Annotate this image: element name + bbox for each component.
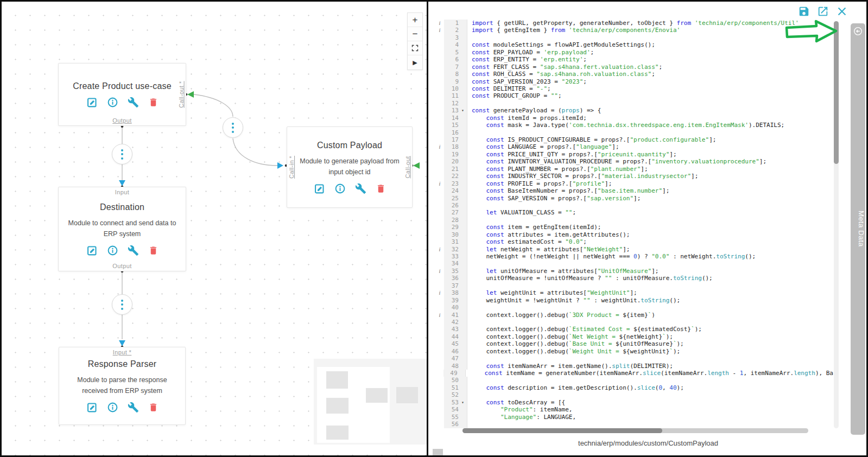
delete-trash-icon[interactable] — [148, 97, 159, 108]
code-line[interactable]: i38 let weightUnit = attributes["WeightU… — [435, 289, 833, 296]
port-call-in[interactable]: Call-in * — [287, 127, 296, 207]
port-input[interactable]: Input — [59, 189, 186, 195]
edit-icon[interactable] — [86, 245, 98, 256]
configure-wrench-icon[interactable] — [128, 402, 139, 413]
node-response-parser[interactable]: Input * Response Parser Module to parse … — [59, 347, 186, 425]
wire-handle-dots[interactable] — [112, 144, 132, 164]
code-line[interactable]: 49 const itemName = generateNumber(itemN… — [435, 370, 833, 377]
code-line[interactable]: 8const ROH_CLASS = "sap.s4hana.roh.valua… — [435, 71, 833, 78]
open-in-new-window-icon[interactable] — [817, 5, 829, 17]
configure-wrench-icon[interactable] — [128, 245, 139, 256]
configure-wrench-icon[interactable] — [355, 183, 366, 194]
fold-marker-icon[interactable]: ▾ — [460, 399, 467, 406]
code-line[interactable]: 39 weightUnit = !weightUnit ? "" : weigh… — [435, 297, 833, 304]
port-call-out[interactable]: Call-out — [403, 127, 413, 207]
flow-canvas[interactable]: Create Product use-case Output Call-out … — [2, 2, 428, 455]
code-line[interactable]: 21 const PLANT_NUMBER = props?.["plant.n… — [435, 166, 833, 173]
code-line[interactable]: 46 context.logger().debug(`Weight Unit =… — [435, 348, 833, 355]
code-line[interactable]: 14 const itemId = props.itemId; — [435, 115, 833, 122]
code-line[interactable]: 44 context.logger().debug(`Net Weight = … — [435, 333, 833, 340]
code-line[interactable]: i23 const PROFILE = props?.["profile"]; — [435, 180, 833, 187]
expand-panel-icon[interactable] — [853, 27, 863, 38]
code-line[interactable]: 56 — [435, 421, 833, 428]
code-line[interactable]: 37 — [435, 282, 833, 289]
code-line[interactable]: 12 — [435, 100, 833, 107]
code-line[interactable]: 47 — [435, 355, 833, 362]
code-line[interactable]: 20 const INVENTORY_VALUATION_PROCEDURE =… — [435, 158, 833, 165]
code-line[interactable]: 16 — [435, 129, 833, 136]
code-line[interactable]: 42 — [435, 319, 833, 326]
code-line[interactable]: 25 const SAP_VERSION = props?.["sap.vers… — [435, 195, 833, 202]
code-line[interactable]: 48 const itemNameArr = item.getName().sp… — [435, 363, 833, 370]
code-line[interactable]: i2import { getEngItem } from 'technia/er… — [435, 27, 833, 34]
edit-icon[interactable] — [86, 97, 98, 108]
code-line[interactable]: 3 — [435, 34, 833, 41]
code-line[interactable]: 24 const BaseItemNumber = props?.["base.… — [435, 187, 833, 194]
code-line[interactable]: i41 context.logger().debug(`3DX Product … — [435, 312, 833, 319]
info-icon[interactable] — [107, 245, 118, 256]
canvas-minimap[interactable] — [314, 359, 428, 445]
horizontal-scrollbar[interactable] — [462, 428, 808, 433]
delete-trash-icon[interactable] — [376, 183, 386, 194]
edit-icon[interactable] — [314, 183, 325, 194]
port-output[interactable]: Output — [59, 263, 186, 269]
code-line[interactable]: i35 let unitOfMeasure = attributes["Unit… — [435, 268, 833, 275]
code-line[interactable]: 10const DELIMITER = "-"; — [435, 85, 833, 92]
code-line[interactable]: 6const ERP_ENTITY = 'erp.entity'; — [435, 56, 833, 63]
code-line[interactable]: 45 context.logger().debug(`Base Unit = $… — [435, 340, 833, 347]
code-line[interactable]: 27 let VALUATION_CLASS = ""; — [435, 209, 833, 216]
code-line[interactable]: 55 "Language": LANGUAGE, — [435, 414, 833, 421]
code-editor-content[interactable]: i1import { getURL, getProperty, generate… — [435, 20, 833, 430]
code-line[interactable]: 4const moduleSettings = flowAPI.getModul… — [435, 41, 833, 48]
code-line[interactable]: 40 — [435, 304, 833, 311]
code-line[interactable]: 29 const item = getEngItem(itemId); — [435, 224, 833, 231]
zoom-in-button[interactable]: + — [408, 13, 422, 27]
node-destination[interactable]: Input Destination Module to connect and … — [58, 187, 186, 271]
fit-view-icon[interactable] — [408, 41, 422, 55]
code-line[interactable]: 9const SAP_VERSION_2023 = "2023"; — [435, 78, 833, 85]
code-line[interactable]: 28 — [435, 217, 833, 224]
code-line[interactable]: i18 const LANGUAGE = props?.["language"]… — [435, 143, 833, 150]
code-line[interactable]: 15 const mask = Java.type('com.technia.d… — [435, 122, 833, 129]
port-call-out[interactable]: Call-out * — [176, 64, 186, 125]
code-line[interactable]: 52 — [435, 391, 833, 398]
node-custom-payload[interactable]: Custom Payload Module to generate payloa… — [287, 126, 413, 208]
code-line[interactable]: 50 — [435, 377, 833, 384]
code-line[interactable]: 11const PRODUCT_GROUP = ""; — [435, 92, 833, 99]
delete-trash-icon[interactable] — [148, 402, 159, 413]
code-line[interactable]: 36 unitOfMeasure = !unitOfMeasure ? "" :… — [435, 275, 833, 282]
code-line[interactable]: i1import { getURL, getProperty, generate… — [435, 20, 833, 27]
run-play-button[interactable]: ▶ — [408, 55, 422, 69]
vertical-scrollbar[interactable] — [834, 21, 839, 428]
code-line[interactable]: 19 const PRICE_UNIT_QTY = props?.["price… — [435, 151, 833, 158]
info-icon[interactable] — [107, 97, 118, 108]
code-line[interactable]: 5const ERP_PAYLOAD = 'erp.payload'; — [435, 49, 833, 56]
code-line[interactable]: 51 const description = item.getDescripti… — [435, 384, 833, 391]
wire-handle-dots[interactable] — [112, 294, 132, 315]
code-line[interactable]: 34 — [435, 260, 833, 267]
code-line[interactable]: 53▾ const toDescArray = [{ — [435, 399, 833, 406]
code-line[interactable]: 7const FERT_CLASS = "sap.s4hana.fert.val… — [435, 64, 833, 71]
zoom-out-button[interactable]: − — [408, 27, 422, 41]
code-line[interactable]: 26 — [435, 202, 833, 209]
save-icon[interactable] — [798, 5, 810, 17]
code-line[interactable]: 22 const INDUSTRY_SECTOR = props?.["mate… — [435, 173, 833, 180]
port-input[interactable]: Input * — [59, 349, 185, 356]
horizontal-scrollbar-thumb[interactable] — [462, 428, 662, 433]
code-line[interactable]: 17 const IS_PRODUCT_CONFIGURABLE = props… — [435, 136, 833, 143]
wire-handle-dots[interactable] — [223, 117, 243, 138]
info-icon[interactable] — [107, 402, 118, 413]
code-line[interactable]: 30 const attributes = item.getAttributes… — [435, 231, 833, 238]
delete-trash-icon[interactable] — [148, 245, 159, 256]
close-icon[interactable] — [836, 5, 848, 17]
code-line[interactable]: 13▾const generatePayload = (props) => { — [435, 107, 833, 114]
info-icon[interactable] — [334, 183, 346, 194]
code-line[interactable]: 31 const estimatedCost = "0.0"; — [435, 238, 833, 245]
code-line[interactable]: 43 context.logger().debug(`Estimated Cos… — [435, 326, 833, 333]
configure-wrench-icon[interactable] — [128, 97, 139, 108]
node-create-product-use-case[interactable]: Create Product use-case Output Call-out … — [58, 63, 186, 126]
code-line[interactable]: 33 netWeight = (!netWeight || netWeight … — [435, 253, 833, 260]
edit-icon[interactable] — [86, 402, 98, 413]
code-line[interactable]: i32 let netWeight = attributes["NetWeigh… — [435, 246, 833, 253]
fold-marker-icon[interactable]: ▾ — [460, 107, 467, 114]
